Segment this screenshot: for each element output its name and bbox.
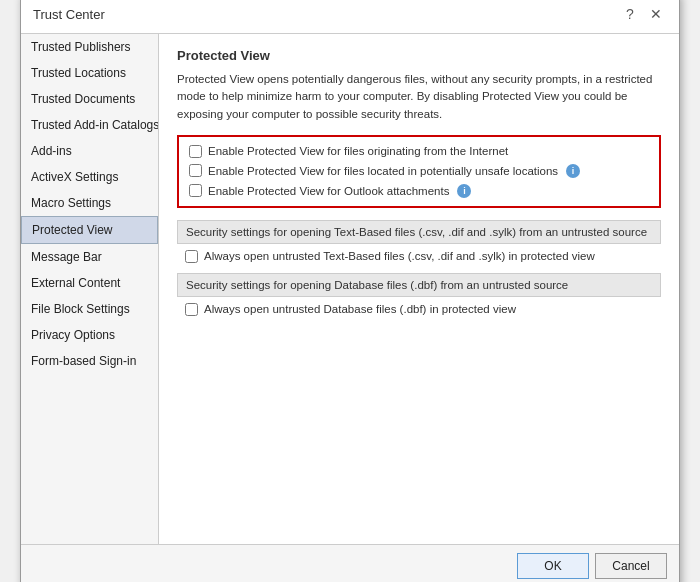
checkbox-unsafe-row: Enable Protected View for files located …: [189, 164, 649, 178]
ok-button[interactable]: OK: [517, 553, 589, 579]
security-section-text-based: Security settings for opening Text-Based…: [177, 220, 661, 263]
main-content: Protected View Protected View opens pote…: [159, 34, 679, 544]
checkbox-internet[interactable]: [189, 145, 202, 158]
title-bar-actions: ? ✕: [619, 3, 667, 25]
sidebar-item-add-ins[interactable]: Add-ins: [21, 138, 158, 164]
security-checkbox-dbf-row: Always open untrusted Database files (.d…: [177, 303, 661, 316]
checkbox-outlook-label: Enable Protected View for Outlook attach…: [208, 185, 449, 197]
checkbox-outlook-row: Enable Protected View for Outlook attach…: [189, 184, 649, 198]
sidebar: Trusted PublishersTrusted LocationsTrust…: [21, 34, 159, 544]
info-icon-unsafe: i: [566, 164, 580, 178]
sidebar-item-protected-view[interactable]: Protected View: [21, 216, 158, 244]
dialog-body: Trusted PublishersTrusted LocationsTrust…: [21, 34, 679, 544]
info-icon-outlook: i: [457, 184, 471, 198]
close-button[interactable]: ✕: [645, 3, 667, 25]
sidebar-item-form-based-sign-in[interactable]: Form-based Sign-in: [21, 348, 158, 374]
checkbox-unsafe[interactable]: [189, 164, 202, 177]
security-section-dbf: Security settings for opening Database f…: [177, 273, 661, 316]
sidebar-item-trusted-locations[interactable]: Trusted Locations: [21, 60, 158, 86]
checkbox-internet-label: Enable Protected View for files originat…: [208, 145, 508, 157]
security-checkbox-text-based-row: Always open untrusted Text-Based files (…: [177, 250, 661, 263]
sidebar-item-trusted-publishers[interactable]: Trusted Publishers: [21, 34, 158, 60]
checkbox-dbf-label: Always open untrusted Database files (.d…: [204, 303, 516, 315]
dialog-footer: OK Cancel: [21, 544, 679, 582]
security-header-dbf: Security settings for opening Database f…: [177, 273, 661, 297]
sidebar-item-privacy-options[interactable]: Privacy Options: [21, 322, 158, 348]
sidebar-item-message-bar[interactable]: Message Bar: [21, 244, 158, 270]
title-bar: Trust Center ? ✕: [21, 0, 679, 34]
sidebar-item-file-block-settings[interactable]: File Block Settings: [21, 296, 158, 322]
protected-view-description: Protected View opens potentially dangero…: [177, 71, 661, 123]
sidebar-item-trusted-documents[interactable]: Trusted Documents: [21, 86, 158, 112]
help-button[interactable]: ?: [619, 3, 641, 25]
cancel-button[interactable]: Cancel: [595, 553, 667, 579]
checkbox-internet-row: Enable Protected View for files originat…: [189, 145, 649, 158]
title-bar-left: Trust Center: [33, 7, 105, 22]
sidebar-item-external-content[interactable]: External Content: [21, 270, 158, 296]
dialog-title: Trust Center: [33, 7, 105, 22]
trust-center-dialog: Trust Center ? ✕ Trusted PublishersTrust…: [20, 0, 680, 582]
protected-view-checkboxes-box: Enable Protected View for files originat…: [177, 135, 661, 208]
checkbox-text-based[interactable]: [185, 250, 198, 263]
checkbox-text-based-label: Always open untrusted Text-Based files (…: [204, 250, 595, 262]
checkbox-unsafe-label: Enable Protected View for files located …: [208, 165, 558, 177]
checkbox-outlook[interactable]: [189, 184, 202, 197]
protected-view-title: Protected View: [177, 48, 661, 63]
checkbox-dbf[interactable]: [185, 303, 198, 316]
security-header-text-based: Security settings for opening Text-Based…: [177, 220, 661, 244]
sidebar-item-activex-settings[interactable]: ActiveX Settings: [21, 164, 158, 190]
sidebar-item-trusted-add-in-catalogs[interactable]: Trusted Add-in Catalogs: [21, 112, 158, 138]
sidebar-item-macro-settings[interactable]: Macro Settings: [21, 190, 158, 216]
